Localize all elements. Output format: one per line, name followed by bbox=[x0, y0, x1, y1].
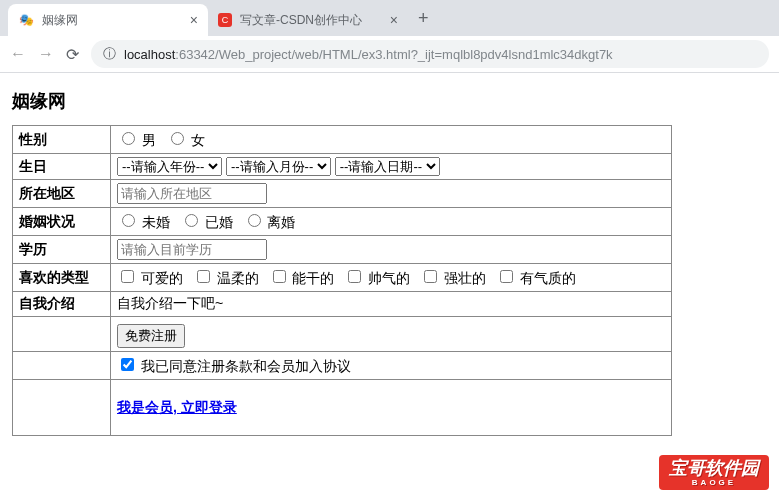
radio-female[interactable]: 女 bbox=[166, 132, 205, 148]
registration-form: 性别 男 女 生日 --请输入年份-- --请输入月份-- --请输入日期-- … bbox=[12, 125, 672, 436]
radio-divorced[interactable]: 离婚 bbox=[243, 214, 296, 230]
register-button[interactable]: 免费注册 bbox=[117, 324, 185, 348]
tab-title: 写文章-CSDN创作中心 bbox=[240, 12, 382, 29]
url-bar[interactable]: ⓘ localhost:63342/Web_project/web/HTML/e… bbox=[91, 40, 769, 68]
agree-checkbox-row[interactable]: 我已同意注册条款和会员加入协议 bbox=[117, 358, 351, 374]
label-intro: 自我介绍 bbox=[13, 292, 111, 317]
page-content: 姻缘网 性别 男 女 生日 --请输入年份-- --请输入月份-- --请输入日… bbox=[0, 73, 779, 448]
tab-bar: 🎭 姻缘网 × C 写文章-CSDN创作中心 × + bbox=[0, 0, 779, 36]
tab-title: 姻缘网 bbox=[42, 12, 182, 29]
forward-button[interactable]: → bbox=[38, 45, 54, 63]
input-region[interactable] bbox=[117, 183, 267, 204]
textarea-intro[interactable]: 自我介绍一下吧~ bbox=[111, 292, 672, 317]
close-icon[interactable]: × bbox=[390, 12, 398, 28]
select-month[interactable]: --请输入月份-- bbox=[226, 157, 331, 176]
chk-strong[interactable]: 强壮的 bbox=[420, 270, 486, 286]
input-education[interactable] bbox=[117, 239, 267, 260]
chk-handsome[interactable]: 帅气的 bbox=[344, 270, 410, 286]
close-icon[interactable]: × bbox=[190, 12, 198, 28]
page-title: 姻缘网 bbox=[12, 89, 767, 113]
label-education: 学历 bbox=[13, 236, 111, 264]
agree-checkbox[interactable] bbox=[121, 358, 134, 371]
agree-label: 我已同意注册条款和会员加入协议 bbox=[141, 358, 351, 374]
label-empty-1 bbox=[13, 317, 111, 352]
radio-male[interactable]: 男 bbox=[117, 132, 156, 148]
label-empty-3 bbox=[13, 380, 111, 436]
label-empty-2 bbox=[13, 352, 111, 380]
url-text: localhost:63342/Web_project/web/HTML/ex3… bbox=[124, 47, 613, 62]
radio-married[interactable]: 已婚 bbox=[180, 214, 233, 230]
label-region: 所在地区 bbox=[13, 180, 111, 208]
login-link[interactable]: 我是会员, 立即登录 bbox=[117, 399, 237, 415]
select-year[interactable]: --请输入年份-- bbox=[117, 157, 222, 176]
radio-unmarried[interactable]: 未婚 bbox=[117, 214, 170, 230]
label-likes: 喜欢的类型 bbox=[13, 264, 111, 292]
tab-active[interactable]: 🎭 姻缘网 × bbox=[8, 4, 208, 36]
toolbar: ← → ⟳ ⓘ localhost:63342/Web_project/web/… bbox=[0, 36, 779, 72]
back-button[interactable]: ← bbox=[10, 45, 26, 63]
select-day[interactable]: --请输入日期-- bbox=[335, 157, 440, 176]
chk-cute[interactable]: 可爱的 bbox=[117, 270, 183, 286]
label-birthday: 生日 bbox=[13, 154, 111, 180]
tab-favicon: 🎭 bbox=[18, 12, 34, 28]
chk-capable[interactable]: 能干的 bbox=[269, 270, 335, 286]
chk-elegant[interactable]: 有气质的 bbox=[496, 270, 576, 286]
label-marriage: 婚姻状况 bbox=[13, 208, 111, 236]
tab-inactive[interactable]: C 写文章-CSDN创作中心 × bbox=[208, 4, 408, 36]
tab-favicon: C bbox=[218, 13, 232, 27]
browser-chrome: 🎭 姻缘网 × C 写文章-CSDN创作中心 × + ← → ⟳ ⓘ local… bbox=[0, 0, 779, 73]
info-icon[interactable]: ⓘ bbox=[103, 45, 116, 63]
new-tab-button[interactable]: + bbox=[408, 8, 439, 29]
reload-button[interactable]: ⟳ bbox=[66, 45, 79, 64]
label-gender: 性别 bbox=[13, 126, 111, 154]
chk-gentle[interactable]: 温柔的 bbox=[193, 270, 259, 286]
